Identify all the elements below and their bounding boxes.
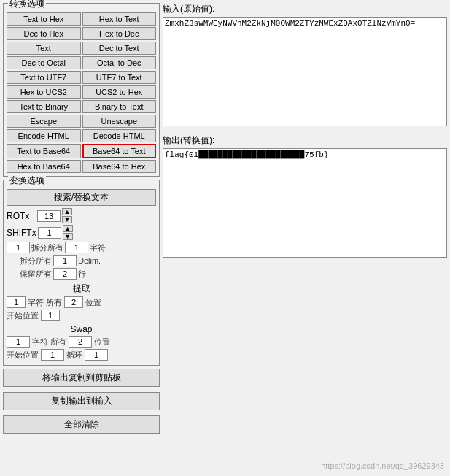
swap-pos-label: 位置 xyxy=(94,337,110,348)
split-char-n-input[interactable] xyxy=(65,242,88,253)
extract-pos-input[interactable] xyxy=(64,296,83,308)
split-char-input[interactable] xyxy=(7,242,30,253)
copy-to-input-btn[interactable]: 复制输出到输入 xyxy=(3,392,160,410)
swap-start-label: 开始位置 xyxy=(7,350,39,361)
unescape-btn[interactable]: Unescape xyxy=(82,115,157,128)
copy-to-clipboard-btn[interactable]: 将输出复制到剪贴板 xyxy=(3,369,160,387)
hex-to-text-btn[interactable]: Hex to Text xyxy=(82,12,157,26)
output-textarea[interactable] xyxy=(163,148,447,258)
conversion-group-title: 转换选项 xyxy=(8,0,46,10)
extract-pos-label: 位置 xyxy=(85,297,101,308)
keep-unit: 行 xyxy=(78,269,86,280)
hex-to-dec-btn[interactable]: Hex to Dec xyxy=(82,27,157,40)
dec-to-octal-btn[interactable]: Dec to Octal xyxy=(7,56,81,69)
swap-char-label: 字符 所有 xyxy=(32,337,66,348)
shiftx-down-btn[interactable]: ▼ xyxy=(63,233,73,240)
text-to-hex-btn[interactable]: Text to Hex xyxy=(7,12,81,26)
rotx-up-btn[interactable]: ▲ xyxy=(62,208,72,215)
dec-to-text-btn[interactable]: Text xyxy=(7,42,81,55)
swap-title: Swap xyxy=(7,324,156,334)
split-char-label: 拆分所有 xyxy=(31,242,63,253)
input-area-label: 输入(原始值): xyxy=(163,3,447,15)
rotx-label: ROTx xyxy=(7,211,36,221)
extract-n-input[interactable] xyxy=(7,296,26,308)
swap-cycle-label: 循环 xyxy=(66,350,82,361)
dec-to-hex-btn[interactable]: Dec to Hex xyxy=(7,27,81,40)
utf7-to-text-btn[interactable]: UTF7 to Text xyxy=(82,71,157,84)
swap-n-input[interactable] xyxy=(7,336,30,348)
split-char-unit: 字符. xyxy=(90,242,108,253)
clear-all-btn[interactable]: 全部清除 xyxy=(3,415,160,434)
split-delim-label: 拆分所有 xyxy=(20,256,52,266)
base64-to-text-btn[interactable]: Base64 to Text xyxy=(82,144,157,158)
text-to-binary-btn[interactable]: Text to Binary xyxy=(7,100,81,113)
extract-start-input[interactable] xyxy=(41,310,60,321)
encode-html-btn[interactable]: Encode HTML xyxy=(7,129,81,142)
watermark: https://blog.csdn.net/qq_39629343 xyxy=(321,461,444,470)
options-group-title: 变换选项 xyxy=(8,174,46,187)
binary-to-text-btn[interactable]: Binary to Text xyxy=(82,100,157,113)
shiftx-up-btn[interactable]: ▲ xyxy=(63,225,73,232)
extract-char-label: 字符 所有 xyxy=(28,297,62,308)
keep-label: 保留所有 xyxy=(20,269,52,280)
text-to-utf7-btn[interactable]: Text to UTF7 xyxy=(7,71,81,84)
split-delim-unit: Delim. xyxy=(78,256,101,265)
swap-start-input[interactable] xyxy=(41,349,64,361)
rotx-down-btn[interactable]: ▼ xyxy=(62,216,72,223)
decode-html-btn[interactable]: Decode HTML xyxy=(82,129,157,142)
input-textarea[interactable] xyxy=(163,17,447,126)
escape-btn[interactable]: Escape xyxy=(7,115,81,128)
split-delim-input[interactable] xyxy=(53,255,77,266)
hex-to-ucs2-btn[interactable]: Hex to UCS2 xyxy=(7,85,81,99)
shiftx-label: SHIFTx xyxy=(7,228,36,238)
hex-to-base64-btn[interactable]: Hex to Base64 xyxy=(7,160,81,173)
swap-cycle-input[interactable] xyxy=(85,349,108,361)
rotx-input[interactable] xyxy=(37,210,61,222)
ucs2-to-hex-btn[interactable]: UCS2 to Hex xyxy=(82,85,157,99)
shiftx-input[interactable] xyxy=(38,227,61,239)
text-to-dec-btn[interactable]: Dec to Text xyxy=(82,42,157,55)
extract-title: 提取 xyxy=(7,283,156,295)
extract-start-label: 开始位置 xyxy=(7,310,39,321)
octal-to-dec-btn[interactable]: Octal to Dec xyxy=(82,56,157,69)
keep-input[interactable] xyxy=(53,268,77,280)
output-area-label: 输出(转换值): xyxy=(163,134,447,147)
swap-pos-input[interactable] xyxy=(69,336,92,348)
text-to-base64-btn[interactable]: Text to Base64 xyxy=(7,144,81,158)
search-replace-btn[interactable]: 搜索/替换文本 xyxy=(7,189,156,206)
base64-to-hex-btn[interactable]: Base64 to Hex xyxy=(82,160,157,173)
